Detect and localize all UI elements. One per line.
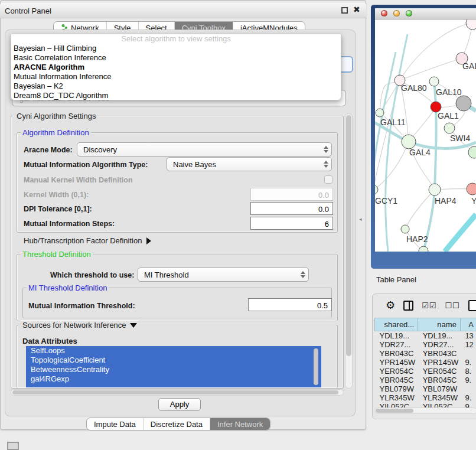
float-window-icon[interactable] — [341, 7, 348, 14]
zoom-traffic-light[interactable] — [406, 10, 412, 17]
table-cell[interactable]: YBR045C — [418, 376, 461, 384]
tab-discretize-data[interactable]: Discretize Data — [144, 418, 210, 430]
table-cell[interactable]: YBR043C — [375, 349, 418, 358]
table-cell[interactable]: YLR345W — [375, 393, 418, 402]
close-icon[interactable]: ✖ — [353, 5, 360, 14]
hub-definition-toggle[interactable]: Hub/Transcription Factor Definition — [24, 236, 151, 245]
node-swi4[interactable] — [444, 123, 455, 133]
table-cell[interactable]: YER054C — [375, 367, 418, 376]
table-cell[interactable]: YDR27... — [418, 340, 461, 349]
node-hap4[interactable] — [429, 184, 441, 195]
table-column-header[interactable]: shared... — [375, 318, 418, 331]
deselect-all-icon[interactable]: ☐☐ — [445, 301, 459, 310]
kernel-width-field[interactable] — [250, 188, 333, 201]
node-gal10[interactable] — [429, 77, 439, 86]
table-cell[interactable]: 13 — [460, 331, 476, 341]
close-traffic-light[interactable] — [381, 10, 387, 17]
data-attribute-item[interactable]: TopologicalCoefficient — [26, 356, 321, 365]
table-cell[interactable]: YDL19... — [418, 331, 461, 341]
table-cell[interactable]: YBL079W — [375, 384, 418, 393]
table-cell[interactable]: YER054C — [418, 367, 461, 376]
node-label: GAL — [462, 61, 476, 71]
table-cell[interactable]: YBR043C — [418, 349, 461, 358]
mi-steps-field[interactable] — [250, 217, 333, 230]
table-cell[interactable]: YBL079W — [418, 384, 461, 393]
node-gal11[interactable] — [376, 109, 384, 117]
node-y[interactable] — [467, 183, 476, 195]
table-cell[interactable]: YDR27... — [375, 340, 418, 349]
table-cell[interactable]: YPR145W — [418, 358, 461, 367]
apply-button[interactable]: Apply — [158, 398, 201, 411]
splitter-collapse-icon[interactable]: ◂ — [359, 216, 362, 222]
algorithm-option[interactable]: ARACNE Algorithm — [11, 63, 341, 72]
network-view-titlebar[interactable] — [375, 8, 476, 19]
document-icon[interactable] — [468, 300, 476, 311]
gear-icon[interactable]: ⚙ — [386, 299, 395, 312]
table-row[interactable]: YDR27...YDR27...12 — [375, 340, 476, 349]
node[interactable] — [466, 19, 476, 30]
sources-group-title-wrap[interactable]: Sources for Network Inference — [21, 321, 139, 330]
node-label: GAL4 — [409, 148, 431, 157]
dpi-tolerance-field[interactable] — [250, 202, 333, 215]
table-cell[interactable] — [460, 384, 476, 393]
table-cell[interactable]: 9. — [460, 393, 476, 402]
table-row[interactable]: YBL079WYBL079W — [375, 384, 476, 393]
table-cell[interactable]: YPR145W — [375, 358, 418, 367]
control-panel-titlebar[interactable] — [0, 3, 366, 18]
table-horizontal-scrollbar-thumb[interactable] — [376, 409, 413, 413]
data-attribute-item[interactable]: BetweennessCentrality — [26, 365, 321, 374]
table-cell[interactable]: 12 — [460, 340, 476, 349]
columns-icon[interactable] — [403, 301, 413, 311]
table-cell[interactable]: 8. — [460, 367, 476, 376]
algorithm-option[interactable]: Basic Correlation Inference — [11, 53, 341, 63]
which-threshold-combo[interactable]: MI Threshold — [138, 268, 309, 282]
network-edge[interactable] — [445, 214, 476, 252]
table-column-header[interactable]: A — [460, 318, 476, 331]
tab-impute-data[interactable]: Impute Data — [87, 418, 144, 430]
node[interactable] — [419, 246, 428, 252]
manual-kernel-width-checkbox[interactable] — [324, 175, 332, 184]
table-row[interactable]: YLR345WYLR345W9. — [375, 393, 476, 402]
algorithm-option[interactable]: Bayesian – K2 — [11, 81, 341, 91]
table-cell[interactable]: YLR345W — [418, 393, 461, 402]
table-row[interactable]: YBR043CYBR043C — [375, 349, 476, 358]
node-gcy1[interactable] — [375, 185, 378, 194]
table-cell[interactable]: 9. — [460, 358, 476, 367]
table-row[interactable]: YPR145WYPR145W9. — [375, 358, 476, 367]
table-column-header[interactable]: name — [418, 318, 461, 331]
node[interactable] — [456, 96, 471, 111]
network-canvas[interactable]: GALGAL80GAL10GAL1GAL11SWI4GAL4GCY1HAP4YH… — [375, 19, 476, 252]
aracne-mode-combo[interactable]: Discovery — [77, 142, 332, 156]
table-cell[interactable] — [460, 349, 476, 358]
network-edge[interactable] — [400, 23, 472, 80]
settings-horizontal-scrollbar-thumb[interactable] — [12, 390, 338, 394]
table-horizontal-scrollbar[interactable] — [374, 407, 476, 414]
data-attribute-item[interactable]: SelfLoops — [26, 346, 321, 356]
node[interactable] — [468, 146, 476, 158]
data-attribute-item[interactable]: gal4RGexp — [26, 374, 321, 384]
algorithm-option[interactable]: Dream8 DC_TDC Algorithm — [11, 91, 341, 100]
network-edge[interactable] — [400, 58, 462, 80]
network-edge[interactable] — [375, 142, 409, 190]
tab-infer-network[interactable]: Infer Network — [210, 418, 270, 430]
table-row[interactable]: YER054CYER054C8. — [375, 367, 476, 376]
algorithm-option[interactable]: Mutual Information Inference — [11, 72, 341, 81]
table-cell[interactable]: YDL19... — [375, 331, 418, 341]
node-gal4[interactable] — [402, 135, 416, 149]
node-hap2[interactable] — [401, 225, 409, 233]
settings-vertical-scrollbar[interactable] — [345, 113, 353, 389]
table-row[interactable]: YBR045CYBR045C9. — [375, 376, 476, 384]
mi-threshold-field[interactable] — [248, 298, 332, 311]
algorithm-option[interactable]: Bayesian – Hill Climbing — [11, 44, 341, 53]
settings-horizontal-scrollbar[interactable] — [11, 389, 344, 396]
mi-algorithm-type-combo[interactable]: Naive Bayes — [167, 157, 332, 171]
select-all-icon[interactable]: ☑☑ — [422, 301, 436, 310]
docked-panel-icon[interactable] — [7, 442, 19, 450]
data-attributes-list[interactable]: SelfLoopsTopologicalCoefficientBetweenne… — [26, 346, 321, 387]
settings-vertical-scrollbar-thumb[interactable] — [346, 115, 351, 356]
attribute-list-scrollbar[interactable] — [314, 348, 318, 385]
minimize-traffic-light[interactable] — [393, 10, 400, 17]
table-cell[interactable]: 9. — [460, 376, 476, 384]
table-cell[interactable]: YBR045C — [375, 376, 418, 384]
table-row[interactable]: YDL19...YDL19...13 — [375, 331, 476, 341]
